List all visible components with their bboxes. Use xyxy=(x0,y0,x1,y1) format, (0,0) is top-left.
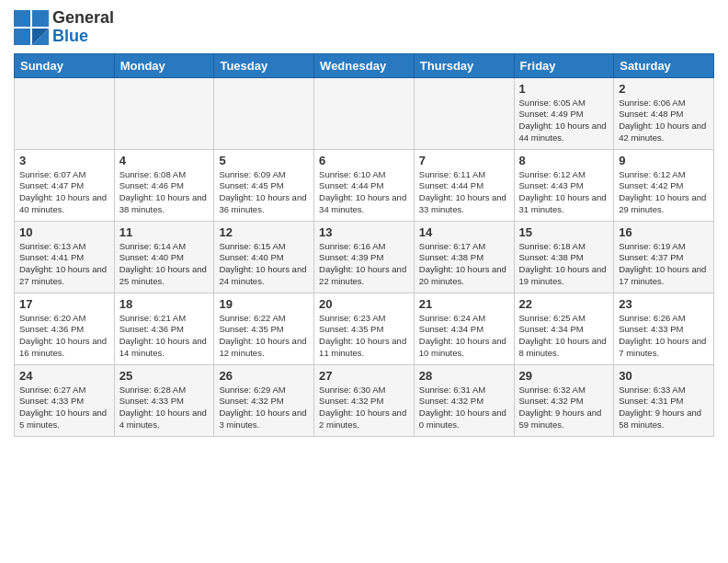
calendar-cell: 25Sunrise: 6:28 AM Sunset: 4:33 PM Dayli… xyxy=(114,364,214,436)
day-number: 12 xyxy=(219,225,309,239)
day-number: 13 xyxy=(319,225,409,239)
header-friday: Friday xyxy=(514,53,614,77)
day-info: Sunrise: 6:12 AM Sunset: 4:43 PM Dayligh… xyxy=(519,169,609,216)
calendar-week-1: 1Sunrise: 6:05 AM Sunset: 4:49 PM Daylig… xyxy=(15,77,714,149)
day-info: Sunrise: 6:11 AM Sunset: 4:44 PM Dayligh… xyxy=(419,169,509,216)
header: General Blue xyxy=(14,9,714,46)
day-number: 7 xyxy=(419,154,509,167)
calendar-cell: 18Sunrise: 6:21 AM Sunset: 4:36 PM Dayli… xyxy=(114,293,214,364)
calendar-cell: 11Sunrise: 6:14 AM Sunset: 4:40 PM Dayli… xyxy=(114,221,214,293)
main-container: General Blue Sunday Monday Tuesday Wedne… xyxy=(0,0,728,446)
header-monday: Monday xyxy=(114,53,214,77)
day-number: 30 xyxy=(619,369,709,383)
header-saturday: Saturday xyxy=(614,53,714,77)
day-number: 18 xyxy=(119,297,210,311)
day-info: Sunrise: 6:15 AM Sunset: 4:40 PM Dayligh… xyxy=(219,241,309,288)
calendar-header: Sunday Monday Tuesday Wednesday Thursday… xyxy=(15,53,714,77)
header-wednesday: Wednesday xyxy=(314,53,415,77)
calendar-cell: 8Sunrise: 6:12 AM Sunset: 4:43 PM Daylig… xyxy=(514,149,614,221)
day-info: Sunrise: 6:24 AM Sunset: 4:34 PM Dayligh… xyxy=(419,313,509,360)
calendar-cell: 27Sunrise: 6:30 AM Sunset: 4:32 PM Dayli… xyxy=(314,364,415,436)
day-number: 16 xyxy=(619,225,709,239)
day-number: 21 xyxy=(419,297,509,311)
day-info: Sunrise: 6:29 AM Sunset: 4:32 PM Dayligh… xyxy=(219,385,309,431)
day-info: Sunrise: 6:33 AM Sunset: 4:31 PM Dayligh… xyxy=(619,385,709,431)
calendar-cell: 2Sunrise: 6:06 AM Sunset: 4:48 PM Daylig… xyxy=(614,77,714,149)
day-info: Sunrise: 6:10 AM Sunset: 4:44 PM Dayligh… xyxy=(319,169,409,216)
calendar-cell xyxy=(214,77,314,149)
day-info: Sunrise: 6:14 AM Sunset: 4:40 PM Dayligh… xyxy=(119,241,210,288)
day-number: 23 xyxy=(619,297,709,311)
calendar-cell: 9Sunrise: 6:12 AM Sunset: 4:42 PM Daylig… xyxy=(614,149,714,221)
calendar-cell xyxy=(114,77,214,149)
day-info: Sunrise: 6:12 AM Sunset: 4:42 PM Dayligh… xyxy=(619,169,709,216)
calendar-cell xyxy=(414,77,514,149)
day-number: 2 xyxy=(619,82,709,96)
calendar-cell: 16Sunrise: 6:19 AM Sunset: 4:37 PM Dayli… xyxy=(614,221,714,293)
calendar-cell: 28Sunrise: 6:31 AM Sunset: 4:32 PM Dayli… xyxy=(414,364,514,436)
calendar-week-5: 24Sunrise: 6:27 AM Sunset: 4:33 PM Dayli… xyxy=(15,364,714,436)
calendar-cell xyxy=(15,77,115,149)
day-info: Sunrise: 6:06 AM Sunset: 4:48 PM Dayligh… xyxy=(619,98,709,144)
day-info: Sunrise: 6:21 AM Sunset: 4:36 PM Dayligh… xyxy=(119,313,210,360)
day-info: Sunrise: 6:22 AM Sunset: 4:35 PM Dayligh… xyxy=(219,313,309,360)
day-number: 3 xyxy=(19,154,109,167)
day-number: 28 xyxy=(419,369,509,383)
day-info: Sunrise: 6:09 AM Sunset: 4:45 PM Dayligh… xyxy=(219,169,309,216)
calendar-cell: 14Sunrise: 6:17 AM Sunset: 4:38 PM Dayli… xyxy=(414,221,514,293)
day-number: 25 xyxy=(119,369,210,383)
calendar-cell: 21Sunrise: 6:24 AM Sunset: 4:34 PM Dayli… xyxy=(414,293,514,364)
day-info: Sunrise: 6:23 AM Sunset: 4:35 PM Dayligh… xyxy=(319,313,409,360)
calendar-cell: 29Sunrise: 6:32 AM Sunset: 4:32 PM Dayli… xyxy=(514,364,614,436)
day-number: 26 xyxy=(219,369,309,383)
calendar-cell: 3Sunrise: 6:07 AM Sunset: 4:47 PM Daylig… xyxy=(15,149,115,221)
svg-rect-0 xyxy=(14,10,30,27)
calendar-cell: 15Sunrise: 6:18 AM Sunset: 4:38 PM Dayli… xyxy=(514,221,614,293)
day-info: Sunrise: 6:25 AM Sunset: 4:34 PM Dayligh… xyxy=(519,313,609,360)
day-info: Sunrise: 6:32 AM Sunset: 4:32 PM Dayligh… xyxy=(519,385,609,431)
day-info: Sunrise: 6:19 AM Sunset: 4:37 PM Dayligh… xyxy=(619,241,709,288)
day-number: 5 xyxy=(219,154,309,167)
day-info: Sunrise: 6:18 AM Sunset: 4:38 PM Dayligh… xyxy=(519,241,609,288)
day-number: 19 xyxy=(219,297,309,311)
calendar-cell: 1Sunrise: 6:05 AM Sunset: 4:49 PM Daylig… xyxy=(514,77,614,149)
calendar-cell: 12Sunrise: 6:15 AM Sunset: 4:40 PM Dayli… xyxy=(214,221,314,293)
calendar-cell: 10Sunrise: 6:13 AM Sunset: 4:41 PM Dayli… xyxy=(15,221,115,293)
day-number: 29 xyxy=(519,369,609,383)
header-row: Sunday Monday Tuesday Wednesday Thursday… xyxy=(15,53,714,77)
calendar-cell: 5Sunrise: 6:09 AM Sunset: 4:45 PM Daylig… xyxy=(214,149,314,221)
calendar-cell: 19Sunrise: 6:22 AM Sunset: 4:35 PM Dayli… xyxy=(214,293,314,364)
day-info: Sunrise: 6:16 AM Sunset: 4:39 PM Dayligh… xyxy=(319,241,409,288)
day-number: 11 xyxy=(119,225,210,239)
day-info: Sunrise: 6:27 AM Sunset: 4:33 PM Dayligh… xyxy=(19,385,109,431)
logo: General Blue xyxy=(14,9,114,46)
day-info: Sunrise: 6:28 AM Sunset: 4:33 PM Dayligh… xyxy=(119,385,210,431)
logo-icon xyxy=(14,10,49,45)
calendar-cell: 24Sunrise: 6:27 AM Sunset: 4:33 PM Dayli… xyxy=(15,364,115,436)
calendar-cell: 22Sunrise: 6:25 AM Sunset: 4:34 PM Dayli… xyxy=(514,293,614,364)
day-info: Sunrise: 6:30 AM Sunset: 4:32 PM Dayligh… xyxy=(319,385,409,431)
calendar-cell: 13Sunrise: 6:16 AM Sunset: 4:39 PM Dayli… xyxy=(314,221,415,293)
header-thursday: Thursday xyxy=(414,53,514,77)
svg-rect-2 xyxy=(14,29,30,45)
header-sunday: Sunday xyxy=(15,53,115,77)
day-number: 1 xyxy=(519,82,609,96)
calendar-cell xyxy=(314,77,415,149)
day-number: 9 xyxy=(619,154,709,167)
calendar-table: Sunday Monday Tuesday Wednesday Thursday… xyxy=(14,53,714,437)
day-number: 15 xyxy=(519,225,609,239)
day-info: Sunrise: 6:31 AM Sunset: 4:32 PM Dayligh… xyxy=(419,385,509,431)
calendar-week-3: 10Sunrise: 6:13 AM Sunset: 4:41 PM Dayli… xyxy=(15,221,714,293)
day-number: 24 xyxy=(19,369,109,383)
day-info: Sunrise: 6:08 AM Sunset: 4:46 PM Dayligh… xyxy=(119,169,210,216)
day-info: Sunrise: 6:05 AM Sunset: 4:49 PM Dayligh… xyxy=(519,98,609,144)
day-number: 14 xyxy=(419,225,509,239)
day-info: Sunrise: 6:20 AM Sunset: 4:36 PM Dayligh… xyxy=(19,313,109,360)
calendar-cell: 7Sunrise: 6:11 AM Sunset: 4:44 PM Daylig… xyxy=(414,149,514,221)
day-info: Sunrise: 6:07 AM Sunset: 4:47 PM Dayligh… xyxy=(19,169,109,216)
day-info: Sunrise: 6:26 AM Sunset: 4:33 PM Dayligh… xyxy=(619,313,709,360)
day-info: Sunrise: 6:13 AM Sunset: 4:41 PM Dayligh… xyxy=(19,241,109,288)
calendar-cell: 26Sunrise: 6:29 AM Sunset: 4:32 PM Dayli… xyxy=(214,364,314,436)
svg-rect-1 xyxy=(32,10,49,27)
day-number: 20 xyxy=(319,297,409,311)
